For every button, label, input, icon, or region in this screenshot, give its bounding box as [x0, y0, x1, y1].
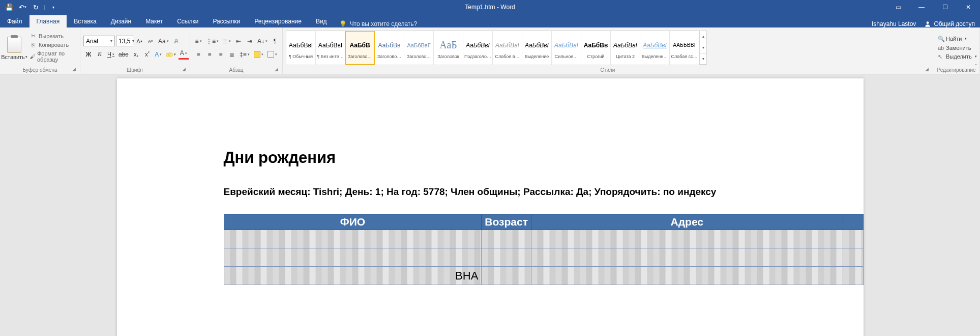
save-icon[interactable]: 💾 [4, 2, 14, 12]
text-effects-button[interactable]: A [153, 49, 163, 60]
bullets-button[interactable]: ≡ [193, 36, 203, 46]
sort-button[interactable]: A↓ [256, 36, 269, 46]
decrease-indent-button[interactable]: ⇤ [233, 36, 244, 46]
align-right-button[interactable]: ≡ [216, 49, 226, 60]
font-size-combo[interactable]: 13,5▾ [116, 36, 133, 46]
user-name[interactable]: Ishayahu Lastov [872, 20, 916, 27]
clipboard-dialog-launcher[interactable]: ◢ [71, 67, 77, 73]
gallery-scroll-button[interactable]: ▾ [700, 42, 706, 53]
maximize-icon[interactable]: ☐ [933, 0, 957, 14]
redo-icon[interactable]: ↻ [31, 2, 41, 12]
gallery-scroll-button[interactable]: ▴ [700, 31, 706, 42]
tab-mailings[interactable]: Рассылки [205, 15, 247, 27]
style-item[interactable]: АаБбВвІВыделение [522, 31, 552, 65]
change-case-button[interactable]: Aa [157, 36, 170, 46]
style-item[interactable]: АаБЗаголовок [434, 31, 463, 65]
tell-me[interactable]: 💡 Что вы хотите сделать? [334, 20, 423, 27]
italic-button[interactable]: К [95, 49, 105, 60]
tab-insert[interactable]: Вставка [67, 15, 104, 27]
document-area[interactable]: Дни рождения Еврейский месяц: Tishri; Де… [0, 74, 980, 336]
svg-point-0 [927, 21, 929, 24]
style-item[interactable]: АаБбВвІ¶ Без инте… [316, 31, 345, 65]
close-icon[interactable]: ✕ [957, 0, 980, 14]
style-item[interactable]: ААББВВІСлабая сс… [670, 31, 699, 65]
bold-button[interactable]: Ж [83, 49, 94, 60]
style-item[interactable]: АаБбВвІПодзаголо… [463, 31, 493, 65]
style-item[interactable]: АаБбВвІСильное… [552, 31, 581, 65]
group-label-clipboard: Буфер обмена [23, 67, 57, 73]
cut-button[interactable]: ✂Вырезать [27, 32, 77, 40]
select-button[interactable]: ↖Выделить ▾ [936, 52, 978, 61]
tab-review[interactable]: Рецензирование [247, 15, 309, 27]
strikethrough-button[interactable]: abc [117, 49, 130, 60]
col-extra[interactable] [843, 214, 863, 230]
paragraph-dialog-launcher[interactable]: ◢ [273, 67, 279, 73]
superscript-button[interactable]: x² [142, 49, 152, 60]
person-icon [924, 20, 931, 27]
style-item[interactable]: АаБбВвІСлабое в… [493, 31, 522, 65]
tab-design[interactable]: Дизайн [104, 15, 138, 27]
paste-button[interactable]: Вставить ▾ [3, 36, 25, 60]
borders-button[interactable] [266, 49, 279, 60]
highlight-button[interactable]: ab [164, 49, 177, 60]
format-painter-button[interactable]: 🖌Формат по образцу [27, 50, 77, 63]
ribbon-display-icon[interactable]: ▭ [886, 0, 910, 14]
multilevel-button[interactable]: ≣ [221, 36, 232, 46]
increase-indent-button[interactable]: ⇥ [245, 36, 255, 46]
table-header-row: ФИО Возраст Адрес [224, 214, 863, 230]
group-clipboard: Вставить ▾ ✂Вырезать ⎘Копировать 🖌Формат… [0, 27, 80, 74]
style-item[interactable]: АаБбВЗаголово… [345, 31, 375, 65]
title-bar: 💾 ↶▾ ↻ | ▾ Temp1.htm - Word ▭ ― ☐ ✕ [0, 0, 980, 14]
style-item[interactable]: АаБбВвЗаголово… [375, 31, 404, 65]
replace-button[interactable]: abЗаменить [936, 44, 978, 52]
align-center-button[interactable]: ≡ [204, 49, 215, 60]
tab-references[interactable]: Ссылки [170, 15, 205, 27]
style-item[interactable]: АаБбВвІЦитата 2 [611, 31, 640, 65]
subscript-button[interactable]: x₂ [131, 49, 141, 60]
doc-subline[interactable]: Еврейский месяц: Tishri; День: 1; На год… [224, 186, 864, 198]
copy-icon: ⎘ [29, 42, 37, 48]
gallery-more-button[interactable]: ▾ [700, 53, 706, 65]
font-name-combo[interactable]: Arial▾ [83, 36, 115, 46]
share-button[interactable]: Общий доступ [924, 20, 975, 27]
justify-button[interactable]: ≣ [227, 49, 237, 60]
table-row[interactable]: ВНА [224, 267, 863, 285]
numbering-button[interactable]: ⋮≡ [204, 36, 220, 46]
col-fio[interactable]: ФИО [224, 214, 482, 230]
styles-dialog-launcher[interactable]: ◢ [924, 67, 930, 73]
style-item[interactable]: АаБбВвСтрогий [581, 31, 611, 65]
tab-file[interactable]: Файл [0, 15, 29, 27]
page: Дни рождения Еврейский месяц: Tishri; Де… [117, 78, 864, 336]
col-addr[interactable]: Адрес [531, 214, 843, 230]
grow-font-button[interactable]: A▴ [134, 36, 144, 46]
undo-icon[interactable]: ↶▾ [17, 2, 27, 12]
ribbon: Вставить ▾ ✂Вырезать ⎘Копировать 🖌Формат… [0, 27, 980, 74]
tab-view[interactable]: Вид [309, 15, 334, 27]
style-item[interactable]: АаБбВвІВыделенн… [640, 31, 670, 65]
tab-layout[interactable]: Макет [138, 15, 170, 27]
clear-formatting-button[interactable]: A̷ [171, 36, 182, 46]
underline-button[interactable]: Ч [106, 49, 116, 60]
col-age[interactable]: Возраст [482, 214, 531, 230]
collapse-ribbon-button[interactable]: ˆ [975, 64, 977, 71]
style-item[interactable]: АаБбВвІ¶ Обычный [286, 31, 316, 65]
scissors-icon: ✂ [29, 33, 37, 39]
qat-customize-icon[interactable]: ▾ [48, 2, 58, 12]
copy-button[interactable]: ⎘Копировать [27, 41, 77, 48]
align-left-button[interactable]: ≡ [193, 49, 203, 60]
doc-heading[interactable]: Дни рождения [224, 149, 864, 167]
shading-button[interactable] [252, 49, 265, 60]
table-row[interactable] [224, 248, 863, 267]
find-button[interactable]: 🔍Найти ▾ [936, 35, 978, 43]
table-row[interactable] [224, 230, 863, 248]
tab-home[interactable]: Главная [29, 15, 67, 27]
font-color-button[interactable]: A [179, 49, 189, 60]
shrink-font-button[interactable]: A▾ [145, 36, 156, 46]
minimize-icon[interactable]: ― [910, 0, 933, 14]
data-table: ФИО Возраст Адрес ВНА [224, 214, 864, 285]
show-marks-button[interactable]: ¶ [270, 36, 280, 46]
font-dialog-launcher[interactable]: ◢ [181, 67, 187, 73]
line-spacing-button[interactable]: ‡≡ [238, 49, 251, 60]
style-item[interactable]: АаБбВвГЗаголово… [404, 31, 434, 65]
lightbulb-icon: 💡 [339, 20, 347, 27]
